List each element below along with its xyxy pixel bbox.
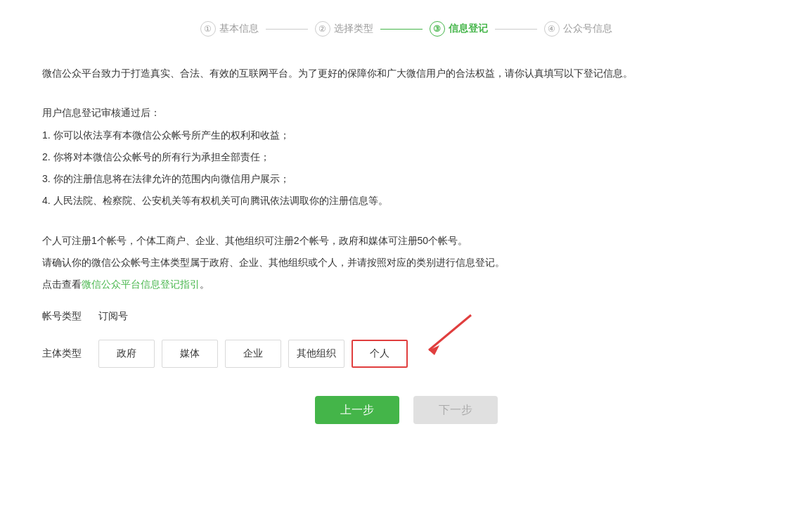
step-1: ① 基本信息: [200, 21, 259, 37]
intro-section: 微信公众平台致力于打造真实、合法、有效的互联网平台。为了更好的保障你和广大微信用…: [42, 65, 770, 293]
type-btn-media[interactable]: 媒体: [162, 340, 218, 368]
prev-button[interactable]: 上一步: [315, 396, 399, 424]
subject-type-label: 主体类型: [42, 347, 98, 360]
intro-line2: 用户信息登记审核通过后：: [42, 104, 770, 122]
step-3: ③ 信息登记: [430, 21, 488, 37]
type-btn-personal[interactable]: 个人: [352, 340, 408, 368]
register-note-2: 请确认你的微信公众帐号主体类型属于政府、企业、其他组织或个人，并请按照对应的类别…: [42, 254, 770, 271]
page-wrapper: ① 基本信息 ② 选择类型 ③ 信息登记 ④ 公众号信息 微信公众平台致力于打造…: [0, 0, 812, 519]
step-divider-1: [266, 29, 308, 30]
register-note-1: 个人可注册1个帐号，个体工商户、企业、其他组织可注册2个帐号，政府和媒体可注册5…: [42, 232, 770, 250]
intro-list-3: 3. 你的注册信息将在法律允许的范围内向微信用户展示；: [42, 170, 770, 188]
subject-type-row: 主体类型 政府 媒体 企业 其他组织 个人: [42, 340, 770, 368]
step-3-label: 信息登记: [449, 23, 488, 35]
type-btn-other[interactable]: 其他组织: [288, 340, 344, 368]
link-prefix: 点击查看: [42, 278, 82, 290]
step-2: ② 选择类型: [315, 21, 373, 37]
link-suffix: 。: [200, 278, 210, 290]
step-4-label: 公众号信息: [563, 23, 612, 35]
bottom-buttons: 上一步 下一步: [42, 396, 770, 424]
step-4: ④ 公众号信息: [544, 21, 612, 37]
intro-list-1: 1. 你可以依法享有本微信公众帐号所产生的权利和收益；: [42, 127, 770, 144]
account-type-value: 订阅号: [98, 310, 128, 323]
arrow-icon: [415, 312, 478, 361]
step-2-label: 选择类型: [334, 23, 373, 35]
account-type-row: 帐号类型 订阅号: [42, 310, 770, 323]
step-divider-2: [380, 29, 423, 30]
next-button[interactable]: 下一步: [413, 396, 498, 424]
type-btn-enterprise[interactable]: 企业: [225, 340, 281, 368]
svg-line-0: [429, 315, 471, 350]
step-2-num: ②: [315, 21, 330, 37]
account-type-label: 帐号类型: [42, 310, 98, 323]
step-1-label: 基本信息: [219, 23, 259, 35]
step-divider-3: [495, 29, 537, 30]
intro-list-2: 2. 你将对本微信公众帐号的所有行为承担全部责任；: [42, 148, 770, 166]
link-line: 点击查看微信公众平台信息登记指引。: [42, 276, 770, 293]
step-1-num: ①: [200, 21, 216, 37]
type-btn-gov[interactable]: 政府: [98, 340, 155, 368]
step-4-num: ④: [544, 21, 560, 37]
intro-line1: 微信公众平台致力于打造真实、合法、有效的互联网平台。为了更好的保障你和广大微信用…: [42, 65, 770, 82]
info-registration-link[interactable]: 微信公众平台信息登记指引: [82, 278, 200, 290]
intro-list-4: 4. 人民法院、检察院、公安机关等有权机关可向腾讯依法调取你的注册信息等。: [42, 192, 770, 210]
steps-bar: ① 基本信息 ② 选择类型 ③ 信息登记 ④ 公众号信息: [42, 21, 770, 37]
step-3-num: ③: [430, 21, 445, 37]
type-buttons: 政府 媒体 企业 其他组织 个人: [98, 340, 422, 368]
